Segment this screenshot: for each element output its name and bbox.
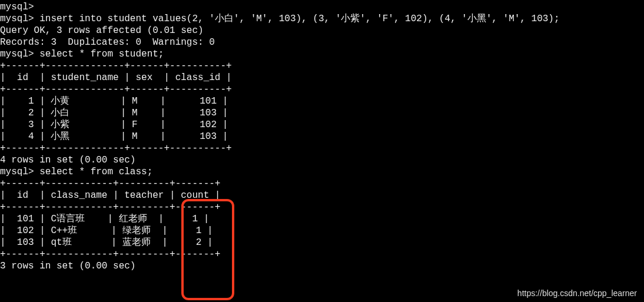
table-border: +------+--------------+------+----------… xyxy=(0,84,644,95)
student-row: | 4 | 小黑 | M | 103 | xyxy=(0,131,644,142)
class-row: | 103 | qt班 | 蓝老师 | 2 | xyxy=(0,237,644,248)
table-border: +------+--------------+------+----------… xyxy=(0,60,644,72)
insert-command[interactable]: mysql> insert into student values(2, '小白… xyxy=(0,13,644,25)
class-row: | 101 | C语言班 | 红老师 | 1 | xyxy=(0,213,644,225)
student-row: | 3 | 小紫 | F | 102 | xyxy=(0,119,644,131)
student-summary: 4 rows in set (0.00 sec) xyxy=(0,154,644,166)
select-student-command[interactable]: mysql> select * from student; xyxy=(0,48,644,60)
watermark-text: https://blog.csdn.net/cpp_learner xyxy=(517,288,637,299)
class-header: | id | class_name | teacher | count | xyxy=(0,190,644,201)
student-header: | id | student_name | sex | class_id | xyxy=(0,72,644,84)
student-row: | 1 | 小黄 | M | 101 | xyxy=(0,95,644,107)
class-summary: 3 rows in set (0.00 sec) xyxy=(0,260,644,272)
class-row: | 102 | C++班 | 绿老师 | 1 | xyxy=(0,225,644,237)
prompt-line[interactable]: mysql> xyxy=(0,1,644,13)
table-border: +------+------------+---------+-------+ xyxy=(0,248,644,260)
table-border: +------+------------+---------+-------+ xyxy=(0,178,644,190)
table-border: +------+--------------+------+----------… xyxy=(0,142,644,154)
table-border: +------+------------+---------+-------+ xyxy=(0,201,644,213)
records-summary: Records: 3 Duplicates: 0 Warnings: 0 xyxy=(0,36,644,48)
student-row: | 2 | 小白 | M | 103 | xyxy=(0,107,644,119)
terminal-output: mysql> mysql> insert into student values… xyxy=(0,1,644,272)
select-class-command[interactable]: mysql> select * from class; xyxy=(0,166,644,178)
query-result: Query OK, 3 rows affected (0.01 sec) xyxy=(0,25,644,36)
